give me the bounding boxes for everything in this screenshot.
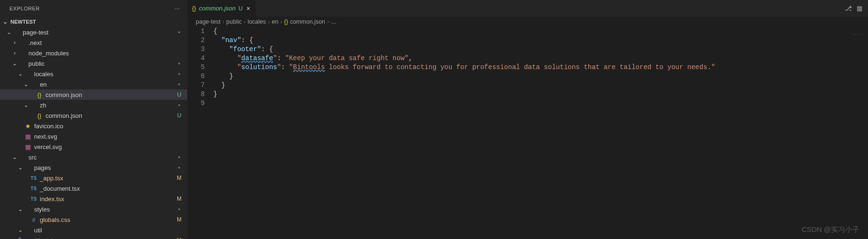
file-label: common.json xyxy=(46,112,176,119)
line-number: 8 xyxy=(187,90,205,99)
code-content[interactable]: ———— { "nav": { "footer": { "datasafe": … xyxy=(213,27,868,239)
ic-hash-icon: # xyxy=(29,216,38,223)
more-icon[interactable]: ··· xyxy=(173,5,182,12)
status-badge: ● xyxy=(176,103,183,107)
tab-bar: {} common.json U × ⎇ ▥ xyxy=(187,0,868,17)
status-badge: U xyxy=(176,91,183,98)
chevron-down-icon: ⌄ xyxy=(17,227,24,233)
tree-item-en[interactable]: ⌄en● xyxy=(0,79,187,89)
file-label: zh xyxy=(40,102,176,109)
chevron-down-icon: ⌄ xyxy=(11,154,18,160)
ic-json-icon: {} xyxy=(35,112,44,119)
status-badge: ● xyxy=(176,155,183,159)
project-header[interactable]: ⌄ NEWTEST xyxy=(0,17,187,27)
line-number: 4 xyxy=(187,54,205,63)
ic-ts-icon: TS xyxy=(29,196,38,202)
breadcrumb-item[interactable]: public xyxy=(226,18,242,25)
json-icon: {} xyxy=(284,18,288,25)
tree-item-next-svg[interactable]: ▦next.svg xyxy=(0,131,187,142)
file-label: .next xyxy=(28,39,183,46)
breadcrumb-item[interactable]: locales xyxy=(247,18,266,25)
tree-item--app-tsx[interactable]: TS_app.tsxM xyxy=(0,173,187,183)
file-label: styles xyxy=(34,206,176,213)
tree-item-styles[interactable]: ⌄styles● xyxy=(0,204,187,214)
ic-star-icon: ★ xyxy=(24,123,32,130)
explorer-sidebar: EXPLORER ··· ⌄ NEWTEST ⌄page-test●›.next… xyxy=(0,0,187,239)
breadcrumb[interactable]: page-test› public› locales› en› {} commo… xyxy=(187,17,868,27)
tree-item-favicon-ico[interactable]: ★favicon.ico xyxy=(0,121,187,131)
tree-item-index-tsx[interactable]: TSindex.tsxM xyxy=(0,194,187,204)
file-label: _app.tsx xyxy=(40,175,176,182)
tree-item-page-test[interactable]: ⌄page-test● xyxy=(0,27,187,37)
chevron-down-icon: ⌄ xyxy=(11,60,18,67)
chevron-down-icon: ⌄ xyxy=(6,29,12,35)
tree-item-src[interactable]: ⌄src● xyxy=(0,152,187,162)
status-badge: M xyxy=(176,216,183,223)
tree-item-public[interactable]: ⌄public● xyxy=(0,58,187,69)
chevron-right-icon: › xyxy=(11,50,18,56)
chevron-down-icon: ⌄ xyxy=(17,164,24,171)
file-tree: ⌄page-test●›.next›node_modules⌄public●⌄l… xyxy=(0,27,187,239)
file-label: next.svg xyxy=(34,133,183,140)
chevron-right-icon: › xyxy=(11,39,18,46)
watermark: CSDN @实习小子 xyxy=(802,225,859,234)
breadcrumb-item[interactable]: page-test xyxy=(196,18,220,25)
line-number: 6 xyxy=(187,72,205,81)
tree-item-common-json[interactable]: {}common.jsonU xyxy=(0,110,187,121)
file-label: pages xyxy=(34,164,176,171)
file-label: vercel.svg xyxy=(34,143,183,150)
tree-item-node-modules[interactable]: ›node_modules xyxy=(0,48,187,58)
ic-svg-icon: ▦ xyxy=(24,133,32,140)
status-badge: ● xyxy=(176,71,183,76)
tab-actions: ⎇ ▥ xyxy=(839,0,868,17)
tree-item-pages[interactable]: ⌄pages● xyxy=(0,162,187,173)
split-editor-icon[interactable]: ▥ xyxy=(857,5,862,12)
tree-item-globals-css[interactable]: #globals.cssM xyxy=(0,214,187,225)
line-gutter: 123456789 xyxy=(187,27,213,239)
tree-item-zh[interactable]: ⌄zh● xyxy=(0,100,187,110)
tree-item-vercel-svg[interactable]: ▦vercel.svg xyxy=(0,142,187,152)
status-badge: ● xyxy=(176,30,183,35)
line-number: 7 xyxy=(187,81,205,90)
breadcrumb-item[interactable]: ... xyxy=(331,18,336,25)
status-badge: M xyxy=(176,195,183,202)
explorer-title: EXPLORER xyxy=(9,6,40,11)
file-label: node_modules xyxy=(28,50,183,57)
file-label: index.tsx xyxy=(40,195,176,203)
tab-label: common.json xyxy=(199,5,236,12)
breadcrumb-item[interactable]: common.json xyxy=(290,18,325,25)
close-icon[interactable]: × xyxy=(246,5,251,12)
ic-eslint-icon: �◑ xyxy=(18,237,27,239)
tree-item--document-tsx[interactable]: TS_document.tsx xyxy=(0,183,187,194)
chevron-down-icon: ⌄ xyxy=(17,206,24,212)
tree-item-locales[interactable]: ⌄locales● xyxy=(0,69,187,79)
minimap-watermark: ———— xyxy=(851,30,862,39)
compare-icon[interactable]: ⎇ xyxy=(845,5,852,12)
line-number: 1 xyxy=(187,27,205,36)
tree-item-common-json[interactable]: {}common.jsonU xyxy=(0,89,187,100)
line-number: 9 xyxy=(187,99,205,108)
project-name: NEWTEST xyxy=(10,19,36,25)
file-label: page-test xyxy=(23,29,176,36)
status-badge: ● xyxy=(176,207,183,212)
breadcrumb-item[interactable]: en xyxy=(272,18,278,25)
tab-common-json[interactable]: {} common.json U × xyxy=(187,0,256,17)
ic-json-icon: {} xyxy=(35,91,44,98)
status-badge: M xyxy=(176,175,183,181)
file-label: util xyxy=(34,227,183,234)
editor-area: {} common.json U × ⎇ ▥ page-test› public… xyxy=(187,0,868,239)
tree-item--next[interactable]: ›.next xyxy=(0,37,187,48)
file-label: en xyxy=(40,81,176,88)
tree-item--eslintrc-json[interactable]: �◑.eslintrc.jsonM xyxy=(0,235,187,239)
file-label: _document.tsx xyxy=(40,185,183,192)
chevron-down-icon: ⌄ xyxy=(17,71,24,77)
line-number: 5 xyxy=(187,63,205,72)
ic-svg-icon: ▦ xyxy=(24,143,32,150)
chevron-down-icon: ⌄ xyxy=(23,102,29,108)
explorer-header: EXPLORER ··· xyxy=(0,0,187,17)
tab-status: U xyxy=(238,5,243,12)
code-editor[interactable]: 123456789 ———— { "nav": { "footer": { "d… xyxy=(187,27,868,239)
file-label: public xyxy=(28,60,176,67)
tree-item-util[interactable]: ⌄util xyxy=(0,225,187,235)
file-label: locales xyxy=(34,71,176,78)
